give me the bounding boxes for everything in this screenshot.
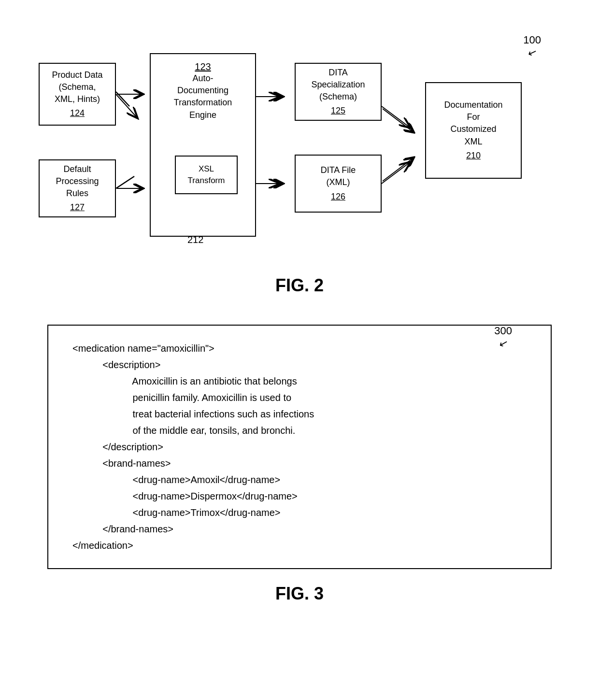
box-auto-doc: 123 Auto-DocumentingTransformationEngine… (150, 53, 256, 237)
code-line-13: </medication> (72, 537, 527, 554)
svg-line-11 (383, 109, 414, 133)
fig2-diagram: Product Data(Schema,XML, Hints) 124 Defa… (19, 34, 580, 266)
box-dita-spec: DITASpecialization(Schema) 125 (295, 63, 382, 121)
code-line-6: of the middle ear, tonsils, and bronchi. (72, 422, 527, 439)
documentation-ref: 210 (466, 150, 481, 162)
auto-doc-label: Auto-DocumentingTransformationEngine (151, 72, 255, 121)
xsl-label: XSLTransform (188, 163, 225, 186)
page: 100 ↗ (0, 0, 599, 700)
dita-spec-ref: 125 (331, 105, 345, 117)
box-xsl: XSLTransform (175, 156, 238, 194)
box-documentation: DocumentationForCustomizedXML 210 (425, 82, 522, 179)
fig2-container: 100 ↗ (19, 34, 580, 296)
fig3-container: 300 ↗ <medication name="amoxicillin"> <d… (19, 325, 580, 604)
box-dita-file: DITA File(XML) 126 (295, 155, 382, 213)
code-line-7: </description> (72, 439, 527, 455)
code-line-11: <drug-name>Trimox</drug-name> (72, 504, 527, 521)
code-line-9: <drug-name>Amoxil</drug-name> (72, 471, 527, 488)
dita-file-ref: 126 (331, 191, 345, 203)
product-data-label: Product Data(Schema,XML, Hints) (52, 69, 102, 106)
xsl-ref-label: 212 (187, 234, 203, 245)
ref-300-arrow: ↗ (498, 336, 509, 351)
product-data-ref: 124 (70, 107, 85, 119)
svg-line-12 (383, 157, 414, 181)
default-rules-label: DefaultProcessingRules (56, 163, 99, 200)
code-line-8: <brand-names> (72, 455, 527, 471)
documentation-label: DocumentationForCustomizedXML (444, 99, 502, 148)
code-line-3: Amoxicillin is an antibiotic that belong… (72, 373, 527, 389)
dita-spec-label: DITASpecialization(Schema) (311, 67, 365, 103)
code-line-1: <medication name="amoxicillin"> (72, 340, 527, 357)
box-default-rules: DefaultProcessingRules 127 (39, 159, 116, 217)
code-line-4: penicillin family. Amoxicillin is used t… (72, 389, 527, 406)
fig2-caption: FIG. 2 (19, 275, 580, 296)
ref-300-label: 300 (494, 325, 512, 337)
fig3-caption: FIG. 3 (19, 584, 580, 604)
auto-doc-ref: 123 (195, 60, 211, 73)
code-line-5: treat bacterial infections such as infec… (72, 406, 527, 422)
box-product-data: Product Data(Schema,XML, Hints) 124 (39, 63, 116, 126)
code-line-2: <description> (72, 357, 527, 373)
code-line-10: <drug-name>Dispermox</drug-name> (72, 488, 527, 504)
svg-line-1 (116, 94, 138, 118)
svg-line-4 (382, 106, 411, 128)
svg-line-5 (382, 162, 411, 184)
code-line-12: </brand-names> (72, 521, 527, 537)
fig3-code-box: <medication name="amoxicillin"> <descrip… (47, 325, 552, 569)
dita-file-label: DITA File(XML) (321, 164, 356, 188)
default-rules-ref: 127 (70, 201, 85, 214)
